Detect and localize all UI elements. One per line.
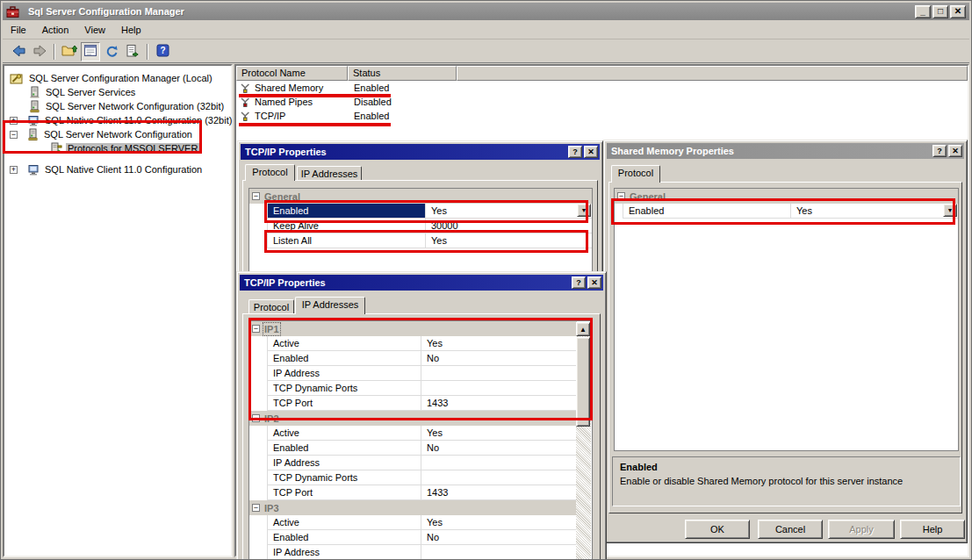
property-row-tcp-dynamic-ports[interactable]: TCP Dynamic Ports xyxy=(268,381,577,396)
tree-item-sql-server-network-configuration[interactable]: −SQL Server Network Configuration xyxy=(4,127,231,141)
tree-item-sql-native-client-11-0-configuration[interactable]: +SQL Native Client 11.0 Configuration xyxy=(4,162,231,176)
forward-button[interactable] xyxy=(30,42,49,61)
collapse-icon[interactable]: − xyxy=(252,325,260,333)
collapse-icon[interactable]: − xyxy=(617,192,625,200)
tree-item-sql-native-client-11-0-configuration-32bit[interactable]: +SQL Native Client 11.0 Configuration (3… xyxy=(4,113,231,127)
property-row-ip-address[interactable]: IP Address xyxy=(268,366,577,381)
help-icon[interactable]: ? xyxy=(932,145,947,157)
close-icon[interactable]: ✕ xyxy=(948,145,962,157)
property-row-ip-address[interactable]: IP Address xyxy=(268,545,577,560)
protocol-row-tcp-ip[interactable]: TCP/IPEnabled xyxy=(236,109,968,123)
property-row-active[interactable]: ActiveYes xyxy=(268,426,577,441)
property-row-tcp-dynamic-ports[interactable]: TCP Dynamic Ports xyxy=(268,470,577,485)
menu-action[interactable]: Action xyxy=(34,22,77,38)
tab-ip-addresses[interactable]: IP Addresses xyxy=(297,166,362,181)
tree-expander-icon[interactable]: + xyxy=(10,117,18,125)
back-button[interactable] xyxy=(9,42,28,61)
collapse-icon[interactable]: − xyxy=(252,414,260,422)
property-row-tcp-port[interactable]: TCP Port1433 xyxy=(268,485,577,500)
property-value[interactable] xyxy=(421,366,577,380)
maximize-button[interactable]: □ xyxy=(932,5,948,18)
column-header-protocol-name[interactable]: Protocol Name xyxy=(236,66,348,81)
tab-protocol[interactable]: Protocol xyxy=(248,299,294,314)
property-row-enabled[interactable]: EnabledYes▼ xyxy=(268,204,592,219)
section-header-ip1[interactable]: −IP1 xyxy=(249,321,577,336)
dropdown-arrow-icon[interactable]: ▼ xyxy=(577,204,591,217)
property-value[interactable]: 30000 xyxy=(426,219,592,233)
help-button[interactable]: Help xyxy=(900,520,965,539)
tree-expander-icon[interactable]: + xyxy=(10,166,18,174)
tree-item-label[interactable]: SQL Native Client 11.0 Configuration xyxy=(43,164,204,175)
show-properties-button[interactable] xyxy=(81,42,100,61)
property-value[interactable]: Yes xyxy=(421,515,577,529)
property-value[interactable] xyxy=(421,470,577,485)
property-value[interactable]: Yes xyxy=(421,336,577,350)
property-row-ip-address[interactable]: IP Address xyxy=(268,456,577,470)
apply-button: Apply xyxy=(828,520,895,539)
dropdown-arrow-icon[interactable]: ▼ xyxy=(943,204,957,217)
property-row-enabled[interactable]: EnabledNo xyxy=(268,351,577,366)
column-header-status[interactable]: Status xyxy=(348,66,457,81)
menu-file[interactable]: File xyxy=(3,22,34,38)
property-row-enabled[interactable]: EnabledNo xyxy=(268,441,577,456)
scroll-up-icon[interactable]: ▲ xyxy=(576,322,590,336)
tree-item-label[interactable]: SQL Server Configuration Manager (Local) xyxy=(27,73,214,83)
property-value[interactable]: Yes▼ xyxy=(791,204,958,218)
section-header-ip3[interactable]: −IP3 xyxy=(249,500,577,515)
property-value[interactable]: Yes xyxy=(421,426,577,440)
minimize-button[interactable]: _ xyxy=(915,5,931,18)
export-list-button[interactable] xyxy=(123,42,142,61)
vertical-scrollbar[interactable]: ▲ xyxy=(576,322,591,560)
help-icon[interactable]: ? xyxy=(568,146,582,158)
menu-help[interactable]: Help xyxy=(113,22,149,38)
help-icon[interactable]: ? xyxy=(572,276,586,289)
tree-item-label[interactable]: Protocols for MSSQLSERVER xyxy=(66,143,199,154)
protocol-row-shared-memory[interactable]: Shared MemoryEnabled xyxy=(236,81,968,95)
client-config-icon xyxy=(27,115,40,126)
property-row-active[interactable]: ActiveYes xyxy=(268,515,577,530)
tree-expander-icon[interactable]: − xyxy=(10,131,18,139)
section-header-ip2[interactable]: −IP2 xyxy=(249,411,577,426)
tree-item-label[interactable]: SQL Server Network Configuration xyxy=(42,129,194,140)
tree-item-sql-server-services[interactable]: SQL Server Services xyxy=(4,85,231,99)
property-value[interactable]: Yes▼ xyxy=(426,204,592,218)
property-value[interactable] xyxy=(421,381,577,395)
property-value[interactable] xyxy=(421,456,577,470)
property-value[interactable]: 1433 xyxy=(421,485,577,499)
help-button[interactable]: ? xyxy=(153,42,172,61)
close-icon[interactable]: ✕ xyxy=(587,276,601,289)
property-row-listen-all[interactable]: Listen AllYes xyxy=(268,233,592,248)
tab-protocol[interactable]: Protocol xyxy=(245,164,295,181)
property-value[interactable]: No xyxy=(421,530,577,544)
property-row-enabled[interactable]: EnabledNo xyxy=(268,530,577,545)
protocol-row-named-pipes[interactable]: Named PipesDisabled xyxy=(236,95,968,109)
property-row-tcp-port[interactable]: TCP Port1433 xyxy=(268,396,577,411)
property-value[interactable]: No xyxy=(421,351,577,365)
property-label: Active xyxy=(268,515,421,529)
property-row-keep-alive[interactable]: Keep Alive30000 xyxy=(268,219,592,233)
tree-item-label[interactable]: SQL Server Network Configuration (32bit) xyxy=(44,101,226,111)
tree-item-protocols-for-mssqlserver[interactable]: Protocols for MSSQLSERVER xyxy=(4,141,231,155)
collapse-icon[interactable]: − xyxy=(252,504,260,512)
menu-view[interactable]: View xyxy=(76,22,113,38)
ok-button[interactable]: OK xyxy=(685,520,750,539)
tree-item-label[interactable]: SQL Native Client 11.0 Configuration (32… xyxy=(43,115,234,126)
property-row-enabled[interactable]: EnabledYes▼ xyxy=(623,204,958,219)
tab-protocol[interactable]: Protocol xyxy=(611,165,660,183)
property-value[interactable] xyxy=(421,545,577,559)
tree-item-sql-server-configuration-manager-local[interactable]: SQL Server Configuration Manager (Local) xyxy=(4,71,231,85)
cancel-button[interactable]: Cancel xyxy=(758,520,823,539)
property-row-active[interactable]: ActiveYes xyxy=(268,336,577,351)
property-value[interactable]: 1433 xyxy=(421,396,577,410)
property-value[interactable]: Yes xyxy=(426,233,592,248)
tab-ip-addresses[interactable]: IP Addresses xyxy=(295,297,365,314)
tree-item-label[interactable]: SQL Server Services xyxy=(44,87,137,97)
up-folder-button[interactable] xyxy=(60,42,79,61)
tree-item-sql-server-network-configuration-32bit[interactable]: SQL Server Network Configuration (32bit) xyxy=(4,99,231,113)
close-icon[interactable]: ✕ xyxy=(584,146,598,158)
refresh-button[interactable] xyxy=(102,42,121,61)
close-button[interactable]: ✕ xyxy=(950,5,966,18)
property-value[interactable]: No xyxy=(421,441,577,455)
collapse-icon[interactable]: − xyxy=(252,192,260,200)
scrollbar-thumb[interactable] xyxy=(576,337,590,427)
